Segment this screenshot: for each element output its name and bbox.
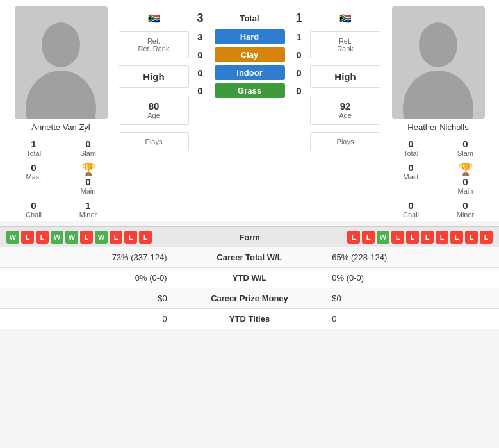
stat-left-val: 0 bbox=[0, 309, 175, 329]
right-mast-label: Mast bbox=[404, 173, 419, 181]
form-badge-left: W bbox=[65, 231, 78, 244]
stats-row: 73% (337-124) Career Total W/L 65% (228-… bbox=[0, 247, 499, 268]
stat-right-val: 0% (0-0) bbox=[324, 268, 499, 288]
career-stats-table: 73% (337-124) Career Total W/L 65% (228-… bbox=[0, 247, 499, 329]
left-ret-label: Ret. bbox=[124, 37, 183, 45]
right-high-val: High bbox=[316, 71, 375, 82]
form-badge-right: L bbox=[436, 231, 448, 244]
right-rank-label: Rank bbox=[316, 45, 375, 53]
left-player-name: Annette Van Zyl bbox=[31, 122, 90, 132]
left-total-val: 1 bbox=[31, 138, 36, 149]
clay-left-score: 0 bbox=[192, 49, 208, 60]
form-badge-left: L bbox=[110, 231, 122, 244]
total-right-score: 1 bbox=[291, 12, 307, 25]
stats-row: 0 YTD Titles 0 bbox=[0, 309, 499, 329]
clay-surface-btn: Clay bbox=[215, 47, 285, 62]
stat-left-val: 73% (337-124) bbox=[0, 247, 175, 268]
total-label: Total bbox=[240, 13, 259, 23]
left-chall-val: 0 bbox=[31, 200, 36, 211]
left-main-label: Main bbox=[81, 187, 96, 195]
hard-row: 3 Hard 1 bbox=[192, 29, 307, 44]
right-age-box: 92 Age bbox=[310, 95, 380, 125]
right-chall-label: Chall bbox=[403, 211, 419, 219]
right-main-label: Main bbox=[458, 187, 473, 195]
right-trophy-icon: 🏆 bbox=[459, 162, 473, 176]
form-badge-right: L bbox=[362, 231, 375, 244]
right-total-stat: 0 Total bbox=[384, 136, 438, 160]
left-slam-label: Slam bbox=[80, 149, 96, 157]
stat-center-label: YTD W/L bbox=[175, 268, 325, 288]
form-badge-right: W bbox=[377, 231, 389, 244]
left-form-badges: WLLWWLWLLL bbox=[6, 231, 152, 244]
left-rank-box: Ret. Ret. Rank bbox=[119, 31, 189, 58]
clay-right-score: 0 bbox=[291, 49, 307, 60]
right-total-label: Total bbox=[404, 149, 418, 157]
form-badge-right: L bbox=[347, 231, 360, 244]
right-player-avatar bbox=[392, 6, 485, 119]
right-mast-stat: 0 Mast bbox=[384, 160, 438, 197]
left-minor-label: Minor bbox=[79, 211, 97, 219]
left-trophy-icon: 🏆 bbox=[81, 162, 95, 176]
left-flag: 🇿🇦 bbox=[148, 13, 160, 24]
grass-surface-btn: Grass bbox=[215, 83, 285, 98]
right-plays-box: Plays bbox=[310, 132, 380, 151]
indoor-surface-btn: Indoor bbox=[215, 65, 285, 80]
indoor-right-score: 0 bbox=[291, 67, 307, 78]
form-badge-left: L bbox=[80, 231, 93, 244]
form-badge-right: L bbox=[391, 231, 404, 244]
right-age-label: Age bbox=[316, 112, 375, 119]
left-chall-stat: 0 Chall bbox=[6, 197, 61, 221]
right-plays-label: Plays bbox=[316, 138, 375, 145]
right-player-name: Heather Nicholls bbox=[407, 122, 468, 132]
total-left-score: 3 bbox=[192, 12, 208, 25]
right-high-box: High bbox=[310, 65, 380, 88]
center-scores-column: 3 Total 1 3 Hard 1 0 Clay 0 0 Indoor 0 bbox=[192, 6, 307, 221]
indoor-row: 0 Indoor 0 bbox=[192, 65, 307, 80]
left-mast-stat: 0 Mast bbox=[6, 160, 61, 197]
stat-left-val: 0% (0-0) bbox=[0, 268, 175, 288]
stat-right-val: $0 bbox=[324, 288, 499, 309]
right-total-val: 0 bbox=[408, 138, 413, 149]
svg-point-4 bbox=[419, 22, 457, 67]
form-badge-right: L bbox=[450, 231, 463, 244]
hard-left-score: 3 bbox=[192, 31, 208, 42]
form-badge-left: W bbox=[95, 231, 108, 244]
right-player-card: Heather Nicholls 0 Total 0 Slam 0 Mast 🏆… bbox=[384, 6, 493, 221]
left-player-card: Annette Van Zyl 1 Total 0 Slam 0 Mast 🏆 … bbox=[6, 6, 115, 221]
stat-center-label: YTD Titles bbox=[175, 309, 325, 329]
right-minor-stat: 0 Minor bbox=[438, 197, 493, 221]
main-layout: Annette Van Zyl 1 Total 0 Slam 0 Mast 🏆 … bbox=[0, 0, 499, 329]
form-badge-right: L bbox=[406, 231, 419, 244]
left-mast-label: Mast bbox=[26, 173, 42, 181]
left-minor-val: 1 bbox=[85, 200, 90, 211]
left-plays-label: Plays bbox=[124, 138, 183, 145]
grass-left-score: 0 bbox=[192, 85, 208, 96]
grass-right-score: 0 bbox=[291, 85, 307, 96]
left-player-stats: 1 Total 0 Slam 0 Mast 🏆 0 Main 0 bbox=[6, 136, 115, 221]
form-badge-right: L bbox=[465, 231, 478, 244]
form-section: WLLWWLWLLL Form LLWLLLLLLL bbox=[0, 226, 499, 247]
right-player-stats: 0 Total 0 Slam 0 Mast 🏆 0 Main 0 bbox=[384, 136, 493, 221]
right-rank-box: Ret. Rank bbox=[310, 31, 380, 58]
stats-row: 0% (0-0) YTD W/L 0% (0-0) bbox=[0, 268, 499, 288]
form-badge-right: L bbox=[480, 231, 493, 244]
right-slam-label: Slam bbox=[457, 149, 473, 157]
form-badge-left: W bbox=[51, 231, 63, 244]
form-badge-left: L bbox=[21, 231, 34, 244]
stat-center-label: Career Prize Money bbox=[175, 288, 325, 309]
left-main-val: 0 bbox=[85, 176, 90, 187]
right-chall-stat: 0 Chall bbox=[384, 197, 438, 221]
right-main-val: 0 bbox=[462, 176, 468, 187]
stat-center-label: Career Total W/L bbox=[175, 247, 325, 268]
left-age-val: 80 bbox=[124, 101, 183, 112]
left-age-box: 80 Age bbox=[119, 95, 189, 125]
right-age-val: 92 bbox=[316, 101, 375, 112]
right-minor-val: 0 bbox=[462, 200, 468, 211]
left-high-val: High bbox=[124, 71, 183, 82]
left-plays-box: Plays bbox=[119, 132, 189, 151]
form-badge-left: L bbox=[36, 231, 49, 244]
clay-row: 0 Clay 0 bbox=[192, 47, 307, 62]
stat-right-val: 0 bbox=[324, 309, 499, 329]
stats-row: $0 Career Prize Money $0 bbox=[0, 288, 499, 309]
form-label: Form bbox=[239, 233, 260, 242]
